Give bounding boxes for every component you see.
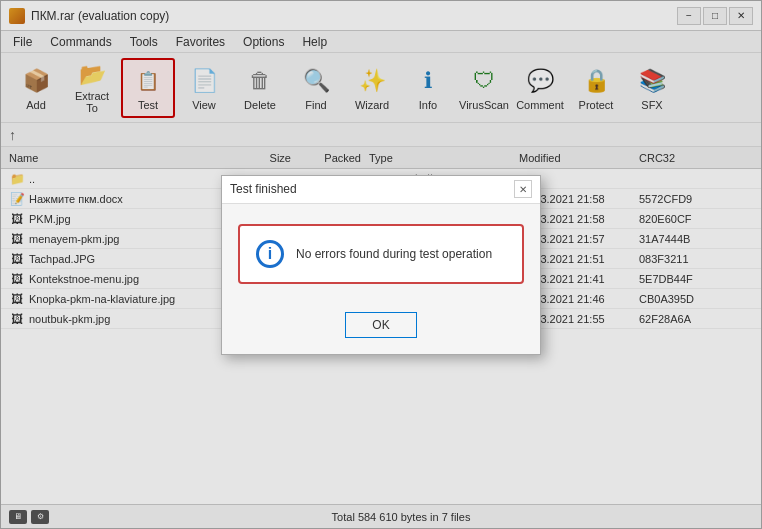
dialog-ok-button[interactable]: OK bbox=[345, 312, 417, 338]
test-finished-dialog: Test finished ✕ i No errors found during… bbox=[221, 175, 541, 355]
dialog-titlebar: Test finished ✕ bbox=[222, 176, 540, 204]
dialog-body: i No errors found during test operation bbox=[222, 204, 540, 304]
dialog-close-button[interactable]: ✕ bbox=[514, 180, 532, 198]
dialog-message: No errors found during test operation bbox=[296, 247, 492, 261]
dialog-footer: OK bbox=[222, 304, 540, 354]
dialog-overlay: Test finished ✕ i No errors found during… bbox=[1, 1, 761, 528]
main-window: ПКМ.rar (evaluation copy) − □ ✕ File Com… bbox=[0, 0, 762, 529]
dialog-info-box: i No errors found during test operation bbox=[238, 224, 524, 284]
dialog-title: Test finished bbox=[230, 182, 297, 196]
info-circle-icon: i bbox=[256, 240, 284, 268]
